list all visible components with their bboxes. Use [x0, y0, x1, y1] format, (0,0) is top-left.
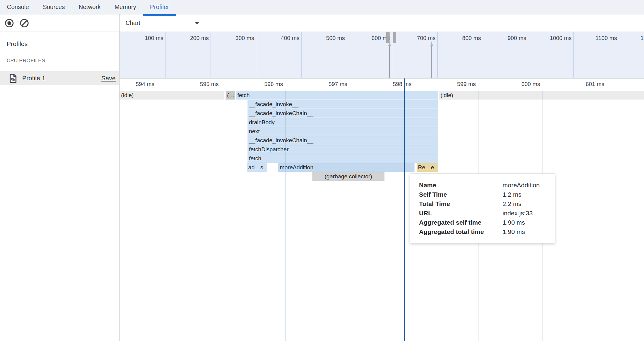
view-mode-dropdown[interactable]: Chart	[120, 20, 204, 26]
flame-bar[interactable]: (…	[226, 91, 235, 100]
tooltip-value: 1.90 ms	[503, 227, 525, 236]
tab-sources[interactable]: Sources	[36, 0, 71, 14]
clear-button[interactable]	[19, 18, 29, 28]
timeline-overview[interactable]: 100 ms200 ms300 ms400 ms500 ms600 ms700 …	[120, 32, 644, 78]
flame-gridline	[607, 91, 607, 341]
frame-tooltip: NamemoreAdditionSelf Time1.2 msTotal Tim…	[410, 174, 555, 243]
cpu-activity-spike	[389, 46, 390, 78]
flame-gridline	[157, 91, 157, 341]
flame-bar[interactable]: fetch	[248, 154, 438, 163]
profile-document-icon: %	[9, 74, 17, 83]
flame-gridline	[350, 91, 350, 341]
profile-list-item[interactable]: % Profile 1 Save	[0, 71, 119, 85]
detail-time-ruler: 594 ms595 ms596 ms597 ms598 ms599 ms600 …	[120, 78, 644, 91]
tooltip-label: URL	[419, 208, 503, 218]
record-icon	[5, 18, 14, 28]
flame-gridline	[285, 91, 286, 341]
playhead-line	[404, 78, 405, 341]
flame-bar[interactable]: __facade_invokeChain__	[248, 109, 438, 118]
flame-gridline	[221, 91, 221, 341]
devtools-tabbar: Console Sources Network Memory Profiler	[0, 0, 644, 14]
flame-bar[interactable]: (idle)	[439, 91, 644, 100]
tooltip-row: Aggregated self time1.90 ms	[419, 218, 555, 227]
tooltip-row: Aggregated total time1.90 ms	[419, 227, 555, 236]
record-button[interactable]	[4, 18, 14, 28]
tooltip-label: Name	[419, 180, 503, 190]
overview-tick-label: 1200 ms	[602, 35, 644, 41]
cpu-activity-spike	[431, 46, 432, 78]
flame-bar[interactable]: ad…s	[247, 163, 267, 172]
flame-bar[interactable]: __facade_invoke__	[248, 100, 438, 109]
profiles-sidebar: Profiles CPU PROFILES % Profile 1 Save	[0, 14, 120, 341]
tooltip-row: Self Time1.2 ms	[419, 190, 555, 199]
tooltip-value: moreAddition	[503, 180, 540, 190]
tooltip-value: 1.2 ms	[503, 190, 521, 199]
cpu-profiles-section-label: CPU PROFILES	[7, 58, 119, 64]
flame-chart: (idle)(…fetch(idle)__facade_invoke____fa…	[120, 91, 644, 341]
detail-tick-label: 596 ms	[223, 81, 283, 88]
tab-console[interactable]: Console	[0, 0, 36, 14]
detail-tick-label: 595 ms	[159, 81, 219, 88]
chart-toolbar: Chart	[120, 14, 644, 32]
detail-tick-label: 600 ms	[480, 81, 540, 88]
detail-tick-label: 601 ms	[544, 81, 604, 88]
tooltip-value: index.js:33	[503, 208, 533, 218]
flame-bar[interactable]: __facade_invokeChain__	[248, 136, 438, 145]
tooltip-row: URLindex.js:33	[419, 208, 555, 218]
flame-bar[interactable]: (garbage collector)	[312, 172, 384, 181]
detail-tick-label: 598 ms	[351, 81, 412, 88]
detail-tick-label: 599 ms	[416, 81, 476, 88]
svg-text:%: %	[11, 77, 15, 82]
chevron-down-icon	[195, 22, 199, 25]
flame-bar[interactable]: Re…e	[417, 163, 439, 172]
tooltip-label: Aggregated total time	[419, 227, 503, 236]
tooltip-value: 2.2 ms	[503, 199, 521, 208]
tooltip-label: Total Time	[419, 199, 503, 208]
tooltip-value: 1.90 ms	[503, 218, 525, 227]
tab-memory[interactable]: Memory	[108, 0, 143, 14]
flame-bar[interactable]: fetch	[236, 91, 438, 100]
sidebar-toolbar	[0, 14, 119, 32]
profiler-main-panel: Chart 100 ms200 ms300 ms400 ms500 ms600 …	[120, 14, 644, 341]
save-profile-link[interactable]: Save	[101, 75, 116, 82]
tooltip-label: Aggregated self time	[419, 218, 503, 227]
flame-bar[interactable]: drainBody	[248, 118, 438, 127]
tooltip-row: Total Time2.2 ms	[419, 199, 555, 208]
profile-name: Profile 1	[22, 75, 101, 82]
flame-bar[interactable]: fetchDispatcher	[248, 145, 438, 154]
tab-network[interactable]: Network	[72, 0, 108, 14]
tooltip-label: Self Time	[419, 190, 503, 199]
flame-bar[interactable]: (idle)	[120, 91, 224, 100]
tab-profiler[interactable]: Profiler	[143, 0, 176, 14]
view-mode-label: Chart	[126, 20, 195, 26]
selection-handle[interactable]	[393, 32, 396, 43]
flame-bar[interactable]: moreAddition	[278, 163, 415, 172]
profiles-heading: Profiles	[7, 40, 119, 48]
detail-tick-label: 597 ms	[287, 81, 347, 88]
clear-icon	[20, 18, 29, 28]
flame-bar[interactable]: next	[248, 127, 438, 136]
tooltip-row: NamemoreAddition	[419, 180, 555, 190]
